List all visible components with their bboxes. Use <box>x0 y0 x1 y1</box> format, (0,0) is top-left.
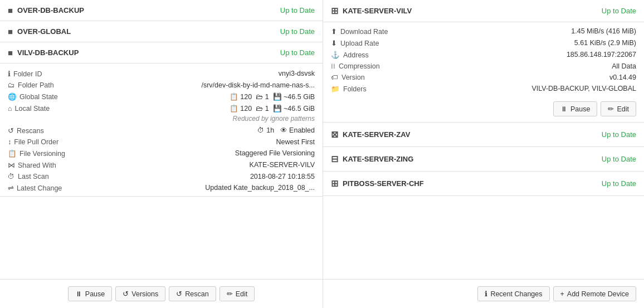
edit-icon: ✏ <box>227 290 233 298</box>
device-name-kate-vilv: ⊞ KATE-SERVER-VILV <box>331 6 412 16</box>
reduced-note: Reduced by ignore patterns <box>8 114 315 125</box>
device-status-kate-zav: Up to Date <box>602 130 636 139</box>
device-header-kate-vilv[interactable]: ⊞ KATE-SERVER-VILV Up to Date <box>323 0 644 22</box>
folder-icon-2: ■ <box>8 27 13 36</box>
address-icon: ⚓ <box>331 51 340 59</box>
device-name-kate-zav: ⊠ KATE-SERVER-ZAV <box>331 129 410 140</box>
folders-value: VILV-DB-BACKUP, VILV-GLOBAL <box>531 85 636 93</box>
detail-latest-change: ⇌ Latest Change Updated Kate_backup_2018… <box>8 182 315 194</box>
versioning-icon: 📋 <box>8 149 17 158</box>
detail-file-pull: ↕ File Pull Order Newest First <box>8 136 315 148</box>
latest-change-icon: ⇌ <box>8 184 14 192</box>
shared-with-value: KATE-SERVER-VILV <box>250 161 315 169</box>
plus-icon: + <box>560 290 564 298</box>
download-icon: ⬆ <box>331 27 337 36</box>
device-status-kate-vilv: Up to Date <box>602 7 636 15</box>
folder-detail-section: ℹ Folder ID vnyi3-dsvsk 🗂 Folder Path /s… <box>0 63 323 197</box>
device-row-pitboss[interactable]: ⊞ PITBOSS-SERVER-CHF Up to Date <box>323 172 644 196</box>
detail-version: 🏷 Version v0.14.49 <box>323 72 644 83</box>
detail-download-rate: ⬆ Download Rate 1.45 MiB/s (416 MiB) <box>323 26 644 37</box>
server-pitboss-icon: ⊞ <box>331 178 338 189</box>
folder-id-value: vnyi3-dsvsk <box>279 70 315 78</box>
recent-changes-button[interactable]: ℹ Recent Changes <box>477 286 549 301</box>
edit-button[interactable]: ✏ Edit <box>219 286 255 301</box>
detail-rescans: ↺ Rescans ⏱ 1h 👁 Enabled <box>8 125 315 136</box>
rescan2-icon: ↺ <box>176 290 182 298</box>
device-name-kate-zing: ⊟ KATE-SERVER-ZING <box>331 154 413 164</box>
last-scan-icon: ⏱ <box>8 173 15 180</box>
folder-name-vilv-db-backup: ■ VILV-DB-BACKUP <box>8 48 79 57</box>
versions-button[interactable]: ↺ Versions <box>115 286 165 301</box>
left-action-bar: ⏸ Pause ↺ Versions ↺ Rescan ✏ Edit <box>0 279 323 308</box>
device-status-pitboss: Up to Date <box>602 179 636 188</box>
folder-icon: ■ <box>8 6 13 15</box>
file-pull-value: Newest First <box>276 138 315 146</box>
folder-row-vilv-db-backup[interactable]: ■ VILV-DB-BACKUP Up to Date <box>0 42 323 63</box>
folder-name-over-global: ■ OVER-GLOBAL <box>8 27 71 36</box>
device-name-pitboss: ⊞ PITBOSS-SERVER-CHF <box>331 178 424 189</box>
version-icon: 🏷 <box>331 74 338 81</box>
folder-name-over-db-backup: ■ OVER-DB-BACKUP <box>8 6 84 15</box>
server-zing-icon: ⊟ <box>331 154 338 164</box>
pause-button[interactable]: ⏸ Pause <box>68 286 112 301</box>
compression-value: All Data <box>612 62 636 70</box>
folder-status-over-global: Up to Date <box>280 27 315 36</box>
detail-folder-path: 🗂 Folder Path /srv/dev-disk-by-id-md-nam… <box>8 80 315 91</box>
server-zav-icon: ⊠ <box>331 129 338 140</box>
detail-folder-id: ℹ Folder ID vnyi3-dsvsk <box>8 68 315 80</box>
shared-icon: ⋈ <box>8 161 15 169</box>
address-value: 185.86.148.197:22067 <box>567 51 636 59</box>
rescan-button[interactable]: ↺ Rescan <box>169 286 216 301</box>
detail-folders: 📁 Folders VILV-DB-BACKUP, VILV-GLOBAL <box>323 83 644 95</box>
device-pause-icon: ⏸ <box>560 105 568 113</box>
detail-upload-rate: ⬇ Upload Rate 5.61 KiB/s (2.9 MiB) <box>323 37 644 49</box>
detail-address: ⚓ Address 185.86.148.197:22067 <box>323 49 644 61</box>
detail-last-scan: ⏱ Last Scan 2018-08-27 10:18:55 <box>8 171 315 182</box>
version-value: v0.14.49 <box>609 74 636 81</box>
detail-global-state: 🌐 Global State 📋 120 🗁 1 💾 ~46.5 GiB <box>8 91 315 102</box>
server-vilv-icon: ⊞ <box>331 6 338 16</box>
device-actions-kate-vilv: ⏸ Pause ✏ Edit <box>323 97 644 122</box>
local-state-value: 📋 120 🗁 1 💾 ~46.5 GiB <box>230 104 315 113</box>
detail-file-versioning: 📋 File Versioning Staggered File Version… <box>8 148 315 159</box>
detail-local-state: ⌂ Local State 📋 120 🗁 1 💾 ~46.5 GiB <box>8 102 315 114</box>
add-remote-device-button[interactable]: + Add Remote Device <box>553 286 636 301</box>
folder-path-icon: 🗂 <box>8 81 15 89</box>
folders-icon: 📁 <box>331 85 340 93</box>
global-state-value: 📋 120 🗁 1 💾 ~46.5 GiB <box>230 92 315 101</box>
pull-icon: ↕ <box>8 138 11 146</box>
device-row-kate-zav[interactable]: ⊠ KATE-SERVER-ZAV Up to Date <box>323 123 644 147</box>
detail-compression: ⁞⁞ Compression All Data <box>323 61 644 72</box>
pause-icon: ⏸ <box>75 290 82 298</box>
latest-change-value: Updated Kate_backup_2018_08_... <box>205 184 315 192</box>
device-status-kate-zing: Up to Date <box>602 155 636 163</box>
device-edit-button[interactable]: ✏ Edit <box>601 101 636 116</box>
upload-rate-value: 5.61 KiB/s (2.9 MiB) <box>574 39 636 47</box>
compression-icon: ⁞⁞ <box>331 62 335 70</box>
download-rate-value: 1.45 MiB/s (416 MiB) <box>571 27 636 36</box>
device-row-kate-zing[interactable]: ⊟ KATE-SERVER-ZING Up to Date <box>323 147 644 172</box>
device-edit-icon: ✏ <box>608 105 614 113</box>
device-pause-button[interactable]: ⏸ Pause <box>553 101 597 116</box>
detail-shared-with: ⋈ Shared With KATE-SERVER-VILV <box>8 159 315 171</box>
right-panel: ⊞ KATE-SERVER-VILV Up to Date ⬆ Download… <box>323 0 644 308</box>
folder-icon-3: ■ <box>8 48 13 57</box>
device-details-kate-vilv: ⬆ Download Rate 1.45 MiB/s (416 MiB) ⬇ U… <box>323 22 644 97</box>
last-scan-value: 2018-08-27 10:18:55 <box>250 173 315 180</box>
rescans-value: ⏱ 1h 👁 Enabled <box>257 126 315 135</box>
folder-row-over-global[interactable]: ■ OVER-GLOBAL Up to Date <box>0 21 323 42</box>
left-panel: ■ OVER-DB-BACKUP Up to Date ■ OVER-GLOBA… <box>0 0 323 308</box>
folder-status-vilv-db-backup: Up to Date <box>280 48 315 57</box>
folder-status-over-db-backup: Up to Date <box>280 6 315 14</box>
file-versioning-value: Staggered File Versioning <box>235 149 315 158</box>
globe-icon: 🌐 <box>8 92 17 101</box>
versions-icon: ↺ <box>123 290 129 298</box>
rescan-icon: ↺ <box>8 126 14 135</box>
home-icon: ⌂ <box>8 105 12 113</box>
info-recent-icon: ℹ <box>485 290 487 298</box>
device-section-kate-vilv: ⊞ KATE-SERVER-VILV Up to Date ⬆ Download… <box>323 0 644 123</box>
right-bottom-bar: ℹ Recent Changes + Add Remote Device <box>323 279 644 308</box>
folder-path-value: /srv/dev-disk-by-id-md-name-nas-s... <box>201 81 315 89</box>
info-icon: ℹ <box>8 70 11 78</box>
folder-row-over-db-backup[interactable]: ■ OVER-DB-BACKUP Up to Date <box>0 0 323 21</box>
